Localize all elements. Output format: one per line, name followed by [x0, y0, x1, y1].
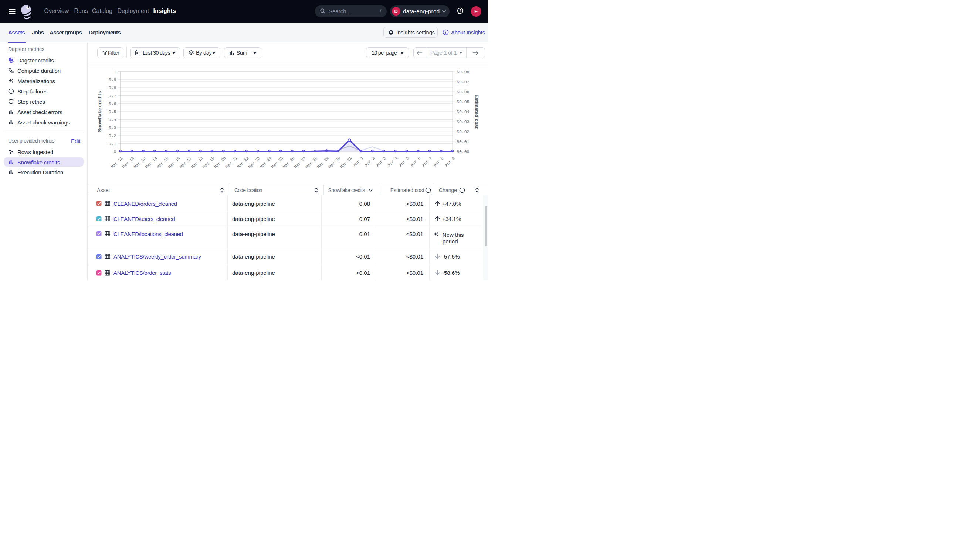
svg-text:Mar 24: Mar 24	[259, 155, 273, 169]
svg-text:$0.04: $0.04	[456, 109, 470, 114]
svg-text:0.6: 0.6	[109, 101, 117, 106]
svg-text:Apr 6: Apr 6	[409, 155, 421, 167]
svg-text:$0.03: $0.03	[456, 119, 470, 124]
svg-text:Apr 2: Apr 2	[364, 155, 376, 167]
svg-text:0.8: 0.8	[109, 85, 117, 90]
svg-text:Mar 13: Mar 13	[133, 155, 146, 169]
svg-text:0.3: 0.3	[109, 125, 117, 130]
svg-text:Apr 1: Apr 1	[352, 155, 364, 167]
svg-text:Apr 9: Apr 9	[444, 155, 456, 167]
svg-text:Apr 4: Apr 4	[387, 155, 399, 167]
svg-text:Apr 8: Apr 8	[433, 155, 445, 167]
svg-text:1: 1	[114, 69, 117, 74]
svg-text:Snowflake credits: Snowflake credits	[97, 91, 102, 132]
svg-text:Mar 14: Mar 14	[145, 155, 158, 169]
svg-text:Mar 11: Mar 11	[110, 155, 124, 169]
svg-text:0.9: 0.9	[109, 77, 117, 82]
svg-text:$0.01: $0.01	[456, 139, 470, 144]
svg-text:$0.06: $0.06	[456, 89, 470, 94]
svg-text:$0.00: $0.00	[456, 149, 470, 154]
svg-text:Mar 21: Mar 21	[225, 155, 239, 169]
svg-text:?: ?	[459, 8, 462, 13]
svg-text:$0.07: $0.07	[456, 79, 470, 84]
svg-text:Mar 16: Mar 16	[167, 155, 181, 169]
svg-text:$0.05: $0.05	[456, 99, 470, 104]
svg-text:Mar 25: Mar 25	[271, 155, 284, 169]
svg-text:Apr 7: Apr 7	[421, 155, 433, 167]
svg-text:Mar 17: Mar 17	[179, 155, 192, 169]
svg-text:Mar 22: Mar 22	[236, 155, 249, 169]
svg-text:Mar 15: Mar 15	[156, 155, 169, 169]
svg-text:0.7: 0.7	[109, 93, 117, 98]
svg-text:0.1: 0.1	[109, 141, 117, 146]
svg-text:Mar 30: Mar 30	[328, 155, 341, 169]
svg-text:0: 0	[114, 149, 117, 154]
svg-text:Mar 18: Mar 18	[191, 155, 204, 169]
svg-text:Mar 27: Mar 27	[294, 155, 307, 169]
svg-text:0.2: 0.2	[109, 133, 117, 138]
svg-text:Mar 26: Mar 26	[282, 155, 296, 169]
svg-text:Apr 3: Apr 3	[375, 155, 387, 167]
svg-text:$0.08: $0.08	[456, 69, 470, 74]
svg-text:$0.02: $0.02	[456, 129, 470, 134]
svg-text:0.5: 0.5	[109, 109, 117, 114]
svg-text:Estimated cost: Estimated cost	[474, 94, 480, 128]
svg-text:Mar 23: Mar 23	[248, 155, 261, 169]
svg-text:0.4: 0.4	[109, 117, 117, 122]
svg-text:Mar 29: Mar 29	[316, 155, 330, 169]
svg-text:Mar 20: Mar 20	[213, 155, 227, 169]
svg-text:Apr 5: Apr 5	[398, 155, 410, 167]
svg-text:Mar 28: Mar 28	[305, 155, 318, 169]
svg-text:Mar 19: Mar 19	[202, 155, 215, 169]
svg-text:Mar 31: Mar 31	[339, 155, 353, 169]
svg-text:Mar 12: Mar 12	[122, 155, 135, 169]
